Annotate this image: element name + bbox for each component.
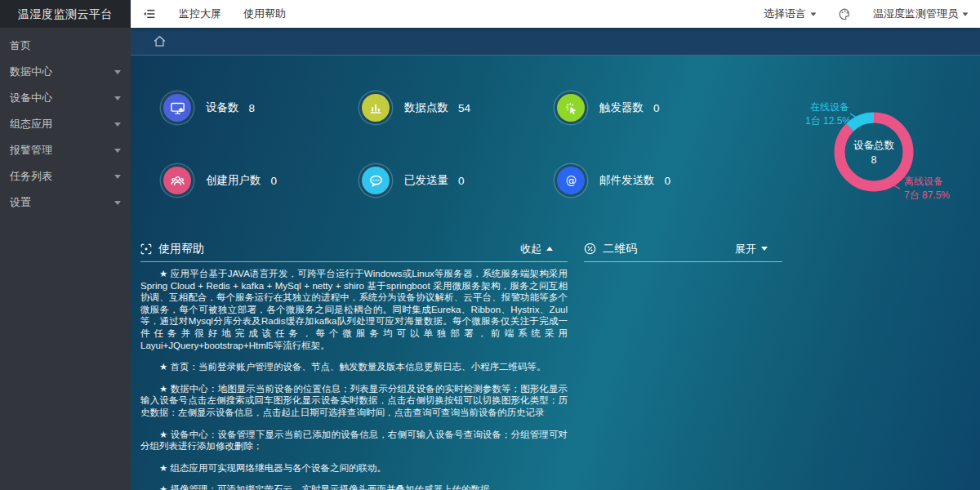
donut-center-title: 设备总数 xyxy=(853,140,895,151)
theme-palette-icon[interactable] xyxy=(838,7,852,21)
svg-text:@: @ xyxy=(565,174,576,186)
menu-label: 监控大屏 xyxy=(179,7,221,21)
sidebar: 温湿度监测云平台 首页 数据中心 设备中心 组态应用 报警管理 任务 xyxy=(0,0,131,490)
stat-email-count: @ 邮件发送数 0 xyxy=(557,167,670,194)
help-paragraph: ★ 首页：当前登录账户管理的设备、节点、触发数量及版本信息更新日志、小程序二维码… xyxy=(140,361,568,373)
help-panel-title: 使用帮助 xyxy=(158,242,204,256)
stat-value: 54 xyxy=(458,102,470,114)
qrcode-expand-button[interactable]: 展开 xyxy=(735,242,782,256)
cursor-click-icon xyxy=(557,94,585,122)
focus-brackets-icon xyxy=(140,243,152,255)
stat-label: 已发送量 xyxy=(404,173,448,188)
bar-chart-icon xyxy=(362,94,390,122)
stat-label: 设备数 xyxy=(206,100,239,115)
sidebar-item-task-list[interactable]: 任务列表 xyxy=(0,163,131,189)
sidebar-item-home[interactable]: 首页 xyxy=(0,33,131,59)
help-panel: 使用帮助 收起 ★ 应用平台基于JAVA语言开发，可跨平台运行于Windows或… xyxy=(140,241,568,490)
sidebar-item-label: 设备中心 xyxy=(10,91,52,105)
sidebar-item-label: 报警管理 xyxy=(10,143,52,158)
sidebar-item-label: 组态应用 xyxy=(10,117,52,131)
donut-label-offline: 离线设备 xyxy=(904,176,943,187)
sidebar-nav: 首页 数据中心 设备中心 组态应用 报警管理 任务列表 xyxy=(0,28,131,216)
stat-label: 触发器数 xyxy=(599,100,644,115)
sidebar-toggle-icon[interactable] xyxy=(142,7,157,21)
app-window: 温湿度监测云平台 首页 数据中心 设备中心 组态应用 报警管理 任务 xyxy=(0,0,980,490)
sidebar-item-label: 任务列表 xyxy=(10,169,52,184)
sidebar-item-device-center[interactable]: 设备中心 xyxy=(0,85,131,111)
sidebar-item-label: 设置 xyxy=(10,195,31,210)
donut-label-online: 在线设备 xyxy=(810,101,849,113)
chevron-up-icon xyxy=(546,247,553,251)
expand-label: 展开 xyxy=(735,242,756,256)
topbar: 监控大屏 使用帮助 选择语言 温湿度监测管理员 xyxy=(131,0,980,28)
sidebar-item-data-center[interactable]: 数据中心 xyxy=(0,59,131,85)
chevron-down-icon xyxy=(761,247,768,251)
language-selector[interactable]: 选择语言 xyxy=(764,7,817,21)
stat-value: 0 xyxy=(271,175,278,187)
chevron-down-icon xyxy=(114,175,121,179)
help-collapse-button[interactable]: 收起 xyxy=(520,242,568,256)
language-label: 选择语言 xyxy=(764,7,806,21)
help-panel-header: 使用帮助 收起 xyxy=(140,241,568,262)
monitor-gear-icon xyxy=(163,94,191,122)
qr-code-icon xyxy=(584,243,596,255)
help-paragraph: ★ 应用平台基于JAVA语言开发，可跨平台运行于Windows或Linux等服务… xyxy=(140,268,568,351)
user-menu[interactable]: 温湿度监测管理员 xyxy=(873,7,969,21)
chevron-down-icon xyxy=(114,201,121,205)
sidebar-item-configuration-app[interactable]: 组态应用 xyxy=(0,111,131,137)
main-content: 设备数 8 数据点数 54 xyxy=(131,56,980,490)
stat-trigger-count: 触发器数 0 xyxy=(557,94,660,122)
qrcode-panel-header: 二维码 展开 xyxy=(584,241,782,262)
chevron-down-icon xyxy=(114,149,121,153)
chevron-down-icon xyxy=(114,96,121,100)
chat-bubble-icon xyxy=(362,167,390,194)
stat-value: 0 xyxy=(458,175,465,187)
chevron-down-icon xyxy=(811,12,817,16)
chevron-down-icon xyxy=(114,70,121,74)
stat-value: 0 xyxy=(665,175,671,187)
collapse-label: 收起 xyxy=(520,242,541,256)
menu-monitor-screen[interactable]: 监控大屏 xyxy=(179,7,221,21)
chevron-down-icon xyxy=(963,12,969,16)
menu-label: 使用帮助 xyxy=(243,7,286,21)
help-paragraph: ★ 组态应用可实现网络继电器与各个设备之间的联动。 xyxy=(140,462,568,474)
donut-center-value: 8 xyxy=(871,154,877,166)
stat-label: 数据点数 xyxy=(404,100,448,115)
qrcode-panel: 二维码 展开 xyxy=(584,241,782,262)
stat-sent-count: 已发送量 0 xyxy=(362,167,465,194)
user-group-icon xyxy=(163,167,191,194)
device-total-donut-chart[interactable]: 在线设备 1台 12.5% 离线设备 7台 87.5% 设备总数 8 xyxy=(776,82,980,229)
help-paragraph: ★ 数据中心：地图显示当前设备的位置信息；列表显示分组及设备的实时检测参数等；图… xyxy=(140,383,568,419)
help-paragraph: ★ 设备中心：设备管理下显示当前已添加的设备信息，右侧可输入设备号查询设备；分组… xyxy=(140,429,568,452)
at-sign-icon: @ xyxy=(557,167,585,194)
stat-datapoint-count: 数据点数 54 xyxy=(362,94,470,122)
home-icon[interactable] xyxy=(153,34,167,48)
help-panel-body: ★ 应用平台基于JAVA语言开发，可跨平台运行于Windows或Linux等服务… xyxy=(140,262,568,490)
sidebar-item-settings[interactable]: 设置 xyxy=(0,189,131,216)
donut-slice-offline[interactable] xyxy=(840,118,908,186)
breadcrumb xyxy=(131,28,980,56)
app-title: 温湿度监测云平台 xyxy=(0,0,131,28)
sidebar-item-alarm-management[interactable]: 报警管理 xyxy=(0,137,131,163)
donut-value-offline: 7台 87.5% xyxy=(904,189,950,201)
stat-value: 0 xyxy=(653,102,660,114)
stat-label: 创建用户数 xyxy=(206,173,261,188)
chevron-down-icon xyxy=(114,122,121,127)
stat-device-count: 设备数 8 xyxy=(163,94,255,122)
stat-value: 8 xyxy=(249,102,256,114)
qrcode-panel-title: 二维码 xyxy=(603,242,637,256)
stat-label: 邮件发送数 xyxy=(599,173,655,188)
sidebar-item-label: 首页 xyxy=(10,38,31,53)
menu-help[interactable]: 使用帮助 xyxy=(243,7,286,21)
user-name: 温湿度监测管理员 xyxy=(873,7,958,21)
help-paragraph: ★ 摄像管理：可添加绑定萤石云，实时显示摄像头画面并叠加传感器上传的数据。 xyxy=(140,483,568,490)
stat-user-count: 创建用户数 0 xyxy=(163,167,277,194)
sidebar-item-label: 数据中心 xyxy=(10,65,52,79)
donut-value-online: 1台 12.5% xyxy=(805,115,851,127)
